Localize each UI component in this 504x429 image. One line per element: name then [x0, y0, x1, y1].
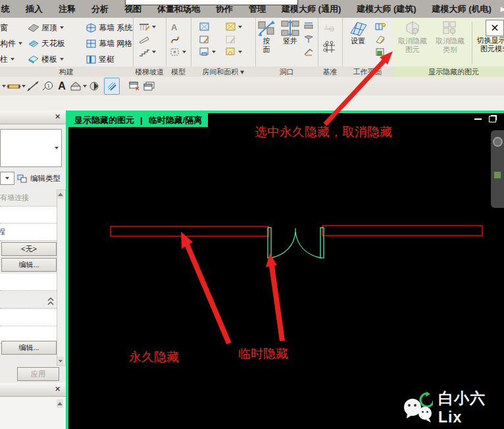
- property-row-wall-joins: 有墙连接: [0, 189, 57, 207]
- close-icon[interactable]: ✕: [53, 385, 62, 393]
- ramp-button[interactable]: [138, 33, 156, 45]
- thin-lines-button[interactable]: [104, 78, 120, 95]
- measure-button[interactable]: [7, 78, 26, 94]
- tag-by-category-button[interactable]: 1: [40, 78, 55, 94]
- shaft-button[interactable]: 竖井: [278, 20, 303, 71]
- model-line-button[interactable]: [170, 33, 186, 45]
- properties-filter-combo[interactable]: [0, 172, 14, 185]
- component-button[interactable]: 构件: [0, 36, 22, 51]
- dropdown-caret-icon: [60, 58, 64, 61]
- default-3d-view-button[interactable]: [69, 78, 87, 94]
- curtain-grid-button[interactable]: 幕墙 网格: [86, 36, 132, 51]
- panel-openings: 按 面 竖井: [255, 18, 318, 77]
- options-bar: [0, 95, 504, 111]
- scroll-up-icon[interactable]: [57, 190, 64, 199]
- tab-annotate[interactable]: 注释: [51, 0, 84, 18]
- set-workplane-button[interactable]: 设置: [343, 20, 372, 71]
- tab-modeling-master-arch[interactable]: 建模大师 (建筑): [349, 0, 424, 18]
- roof-button[interactable]: 屋顶: [28, 20, 65, 36]
- dropdown-caret-icon: [238, 51, 242, 53]
- column-button[interactable]: 柱: [0, 51, 22, 67]
- area-tag-button[interactable]: [225, 45, 242, 58]
- wall-opening-icon: [304, 22, 314, 31]
- ref-plane-icon: [375, 35, 386, 44]
- apply-button[interactable]: 应用: [17, 367, 59, 381]
- railing-button[interactable]: [138, 20, 156, 33]
- build-col-2: 屋顶 天花板 楼板: [28, 20, 65, 67]
- model-group-button[interactable]: [170, 45, 186, 58]
- properties-palette: ✕ 编辑类型 有墙连接 程 <无> 编辑... 编辑... 应用: [0, 111, 66, 429]
- tab-insert[interactable]: 插入: [18, 0, 51, 18]
- curtain-system-button[interactable]: 幕墙 系统: [86, 20, 132, 36]
- edit-type-button[interactable]: 编辑类型: [30, 174, 61, 184]
- stairs-button[interactable]: [138, 45, 156, 58]
- section-collapse-row[interactable]: [0, 295, 57, 309]
- room-tag-button[interactable]: [199, 33, 216, 45]
- dropdown-caret-icon: [18, 42, 22, 45]
- hidden-wall-right[interactable]: [322, 226, 482, 236]
- model-text-button[interactable]: A: [170, 20, 186, 33]
- tag-disabled-button: [225, 33, 242, 45]
- panel-rooms: 房间和面积 ▾: [191, 18, 256, 77]
- wall-opening-button[interactable]: [304, 20, 314, 33]
- mullion-button[interactable]: 竖梃: [86, 51, 132, 67]
- window-button[interactable]: 窗: [0, 20, 22, 36]
- none-value-button[interactable]: <无>: [1, 242, 57, 256]
- show-workplane-icon: [375, 22, 386, 32]
- hidden-door[interactable]: [268, 228, 324, 258]
- title-field-fragment: [125, 0, 298, 5]
- floor-button[interactable]: 楼板: [28, 51, 65, 67]
- viewer-button[interactable]: [375, 45, 386, 58]
- cut-button-caret[interactable]: [0, 78, 7, 94]
- show-workplane-button[interactable]: [375, 20, 386, 33]
- grid-button[interactable]: [323, 41, 336, 53]
- ribbon: 窗 构件 柱 屋顶 天花板 楼板: [0, 18, 504, 78]
- opening-by-face-button[interactable]: 按 面: [255, 20, 278, 71]
- room-button[interactable]: [199, 20, 216, 33]
- annotation-permanent-hide: 永久隐藏: [129, 349, 179, 366]
- floor-icon: [28, 55, 39, 64]
- model-line-icon: [170, 35, 180, 44]
- cascade-windows-button[interactable]: [142, 78, 157, 94]
- annotation-unhide: 选中永久隐藏，取消隐藏: [255, 124, 392, 141]
- tab-modeling-master-mep[interactable]: 建模大师 (机电): [424, 0, 499, 18]
- edit-button-2[interactable]: 编辑...: [1, 341, 57, 355]
- drawing-viewport[interactable]: 显示隐藏的图元|临时隐藏/隔离 选中永久隐藏，取消隐藏 永久隐藏 临时隐藏: [66, 111, 504, 429]
- type-selector[interactable]: [0, 129, 62, 167]
- panel-model: A 模型: [166, 18, 191, 77]
- tab-system[interactable]: 统: [0, 0, 18, 18]
- dimension-icon: [27, 81, 39, 91]
- dormer-opening-button[interactable]: [304, 45, 314, 58]
- edit-type-row: 编辑类型: [0, 171, 61, 186]
- build-col-1: 窗 构件 柱: [0, 20, 22, 67]
- dropdown-caret-icon: [152, 51, 156, 53]
- ref-plane-button[interactable]: [375, 33, 386, 45]
- panel-stairs: 楼梯坡道: [133, 18, 166, 77]
- plan-drawing[interactable]: [68, 113, 504, 429]
- close-icon[interactable]: ✕: [53, 113, 62, 121]
- aligned-dimension-button[interactable]: [26, 78, 40, 94]
- close-hidden-windows-button[interactable]: ✕: [128, 78, 142, 94]
- curtain-system-icon: [86, 23, 97, 33]
- scroll-down-icon[interactable]: [57, 357, 64, 365]
- property-row: [0, 207, 57, 224]
- tab-overflow-icon[interactable]: ▶▶: [501, 5, 504, 13]
- property-value-fragment: 程: [0, 228, 5, 236]
- tag-disabled-icon: [225, 34, 236, 44]
- edit-button[interactable]: 编辑...: [1, 258, 57, 272]
- room-separator-button[interactable]: [199, 45, 216, 58]
- tab-analyze[interactable]: 分析: [84, 0, 116, 18]
- hidden-wall-left[interactable]: [111, 226, 268, 236]
- ruler-icon: [7, 82, 21, 90]
- dropdown-caret-icon: [55, 147, 59, 149]
- panel-label-rooms[interactable]: 房间和面积 ▾: [191, 66, 255, 77]
- area-button[interactable]: [225, 20, 242, 33]
- text-button[interactable]: A: [55, 78, 69, 94]
- vertical-opening-button[interactable]: [304, 33, 314, 45]
- properties-scrollbar[interactable]: [57, 189, 66, 366]
- panel-label-reveal: 显示隐藏的图元: [393, 66, 504, 77]
- ceiling-button[interactable]: 天花板: [28, 36, 65, 51]
- scroll-up-icon[interactable]: [57, 399, 63, 408]
- toggle-reveal-mode-button[interactable]: ✕ 切换显示隐 图元模式: [475, 20, 504, 71]
- section-button[interactable]: [87, 78, 101, 94]
